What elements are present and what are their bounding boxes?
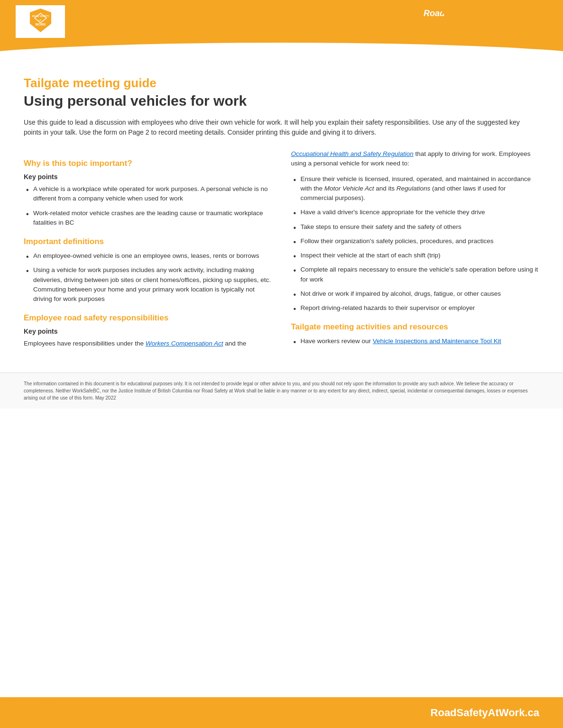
section-why-heading: Why is this topic important?	[24, 159, 272, 168]
key-points-label-1: Key points	[24, 173, 272, 181]
main-content: Tailgate meeting guide Using personal ve…	[0, 62, 563, 363]
ohs-regulation-text: Occupational Health and Safety Regulatio…	[291, 149, 540, 169]
website-url: RoadSafetyAtWork.ca	[431, 707, 539, 719]
two-column-layout: Why is this topic important? Key points …	[24, 149, 539, 354]
section-responsibilities-heading: Employee road safety responsibilities	[24, 313, 272, 323]
responsibilities-list: Ensure their vehicle is licensed, insure…	[291, 174, 540, 313]
list-item: Not drive or work if impaired by alcohol…	[291, 289, 540, 299]
list-item: Ensure their vehicle is licensed, insure…	[291, 174, 540, 203]
right-column: Occupational Health and Safety Regulatio…	[291, 149, 540, 354]
logo-shield-icon: ROAD SAFETY AT WORK	[30, 9, 51, 32]
list-item: Take steps to ensure their safety and th…	[291, 222, 540, 232]
definitions-list: An employee-owned vehicle is one an empl…	[24, 251, 272, 304]
section-activities-heading: Tailgate meeting activities and resource…	[291, 322, 540, 332]
list-item: Complete all repairs necessary to ensure…	[291, 265, 540, 284]
activities-list: Have workers review our Vehicle Inspecti…	[291, 337, 540, 346]
ohs-regulation-link[interactable]: Occupational Health and Safety Regulatio…	[291, 150, 414, 157]
svg-text:ROAD SAFETY: ROAD SAFETY	[32, 15, 49, 18]
left-column: Why is this topic important? Key points …	[24, 149, 272, 354]
list-item: Have workers review our Vehicle Inspecti…	[291, 337, 540, 346]
guide-label: Tailgate meeting guide	[24, 76, 539, 91]
list-item: Have a valid driver's licence appropriat…	[291, 208, 540, 217]
key-points-label-2: Key points	[24, 328, 272, 335]
list-item: An employee-owned vehicle is one an empl…	[24, 251, 272, 261]
responsibilities-intro: Employees have responsibilities under th…	[24, 339, 272, 348]
bottom-bar: RoadSafetyAtWork.ca	[0, 697, 563, 728]
header-bar: ROAD SAFETY AT WORK Road safety is smart…	[0, 0, 563, 43]
wave-decoration	[0, 43, 563, 62]
list-item: Work-related motor vehicle crashes are t…	[24, 209, 272, 228]
list-item: Inspect their vehicle at the start of ea…	[291, 251, 540, 260]
footer-disclaimer: The information contained in this docume…	[0, 373, 563, 409]
svg-text:WORK: WORK	[35, 23, 46, 26]
why-important-list: A vehicle is a workplace while operated …	[24, 184, 272, 228]
guide-title: Using personal vehicles for work	[24, 93, 539, 109]
list-item: A vehicle is a workplace while operated …	[24, 184, 272, 204]
vehicle-inspection-link[interactable]: Vehicle Inspections and Maintenance Tool…	[373, 337, 501, 345]
list-item: Follow their organization's safety polic…	[291, 237, 540, 246]
header-tagline: Road safety is smart business.	[424, 9, 549, 18]
list-item: Report driving-related hazards to their …	[291, 303, 540, 313]
section-definitions-heading: Important definitions	[24, 237, 272, 246]
intro-text: Use this guide to lead a discussion with…	[24, 118, 539, 137]
workers-compensation-link[interactable]: Workers Compensation Act	[146, 340, 223, 347]
list-item: Using a vehicle for work purposes includ…	[24, 265, 272, 304]
svg-text:AT: AT	[39, 19, 42, 21]
logo: ROAD SAFETY AT WORK	[14, 4, 66, 39]
